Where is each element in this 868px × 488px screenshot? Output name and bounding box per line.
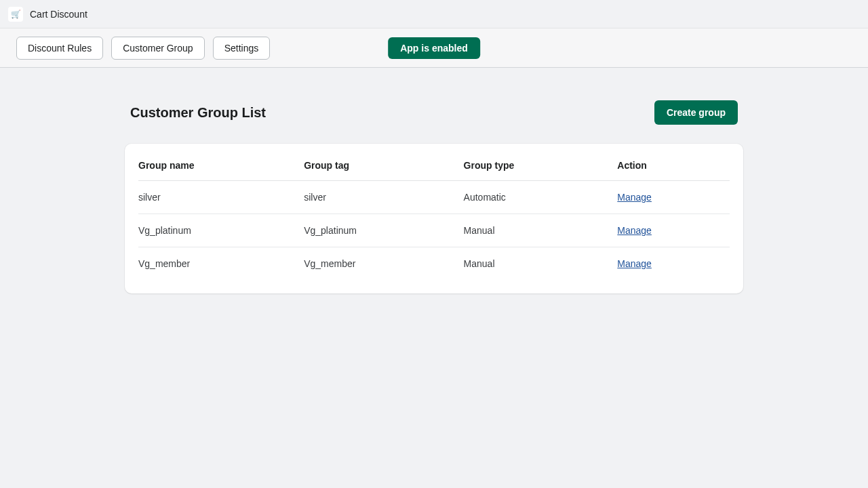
app-icon: 🛒 [8, 7, 23, 22]
nav-customer-group[interactable]: Customer Group [111, 37, 204, 60]
cart-icon: 🛒 [11, 9, 21, 19]
page-header: Customer Group List Create group [125, 100, 743, 125]
cell-group-type: Manual [464, 247, 618, 281]
page-title: Customer Group List [130, 105, 266, 121]
content-wrapper: Customer Group List Create group Group n… [125, 100, 743, 293]
manage-link[interactable]: Manage [617, 258, 652, 269]
nav-settings[interactable]: Settings [213, 37, 271, 60]
nav-buttons: Discount Rules Customer Group Settings [16, 37, 270, 60]
cell-group-tag: silver [304, 181, 463, 214]
status-badge: App is enabled [388, 37, 480, 59]
cell-group-type: Automatic [464, 181, 618, 214]
col-group-type: Group type [464, 149, 618, 181]
col-group-name: Group name [138, 149, 304, 181]
app-title: Cart Discount [30, 9, 87, 20]
group-table-card: Group name Group tag Group type Action s… [125, 144, 743, 293]
manage-link[interactable]: Manage [617, 192, 652, 203]
cell-action: Manage [617, 181, 730, 214]
nav-discount-rules[interactable]: Discount Rules [16, 37, 103, 60]
table-row: silver silver Automatic Manage [138, 181, 730, 214]
table-row: Vg_platinum Vg_platinum Manual Manage [138, 214, 730, 247]
top-bar: 🛒 Cart Discount [0, 0, 868, 28]
table-row: Vg_member Vg_member Manual Manage [138, 247, 730, 281]
table-header-row: Group name Group tag Group type Action [138, 149, 730, 181]
col-action: Action [617, 149, 730, 181]
main-content: Customer Group List Create group Group n… [0, 68, 868, 293]
cell-action: Manage [617, 247, 730, 281]
cell-group-name: Vg_platinum [138, 214, 304, 247]
cell-group-tag: Vg_member [304, 247, 463, 281]
create-group-button[interactable]: Create group [654, 100, 738, 125]
cell-group-name: silver [138, 181, 304, 214]
nav-bar: Discount Rules Customer Group Settings A… [0, 28, 868, 68]
cell-group-tag: Vg_platinum [304, 214, 463, 247]
cell-action: Manage [617, 214, 730, 247]
col-group-tag: Group tag [304, 149, 463, 181]
cell-group-type: Manual [464, 214, 618, 247]
group-table: Group name Group tag Group type Action s… [138, 149, 730, 280]
cell-group-name: Vg_member [138, 247, 304, 281]
manage-link[interactable]: Manage [617, 225, 652, 236]
